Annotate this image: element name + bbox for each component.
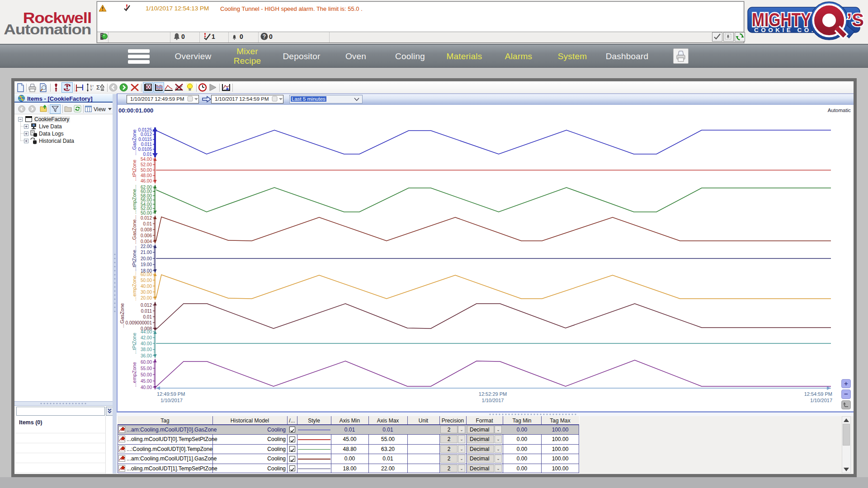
svg-text:22.00: 22.00 (141, 244, 152, 249)
svg-text:0.006: 0.006 (141, 233, 152, 238)
svg-text:0.009000001: 0.009000001 (126, 320, 152, 325)
svg-text:60.00: 60.00 (141, 272, 152, 277)
svg-text:50.00: 50.00 (141, 278, 152, 283)
svg-text:...tPtZone...: ...tPtZone... (132, 246, 137, 272)
svg-text:...empZone: ...empZone (132, 362, 137, 387)
svg-text:30.00: 30.00 (141, 290, 152, 295)
svg-text:0.004: 0.004 (141, 239, 152, 244)
svg-text:0.008: 0.008 (141, 227, 152, 232)
svg-text:20.00: 20.00 (141, 296, 152, 300)
svg-text:1/10/2017: 1/10/2017 (160, 398, 183, 403)
svg-text:...empZone...: ...empZone... (132, 185, 137, 214)
svg-text:...tPtZone: ...tPtZone (132, 333, 137, 354)
svg-text:12:52:29 PM: 12:52:29 PM (479, 391, 507, 397)
svg-text:50.00: 50.00 (141, 211, 152, 216)
svg-text:12:54:59 PM: 12:54:59 PM (804, 391, 832, 397)
svg-text:0.01: 0.01 (143, 221, 152, 226)
svg-text:’S: ’S (847, 10, 864, 30)
svg-text:55.00: 55.00 (141, 366, 152, 371)
svg-text:21.00: 21.00 (141, 250, 152, 255)
svg-text:52.00: 52.00 (141, 162, 152, 167)
svg-text:42.00: 42.00 (141, 335, 152, 340)
svg-text:19.00: 19.00 (141, 262, 152, 267)
svg-text:Y: Y (90, 88, 93, 92)
svg-text:0.0105: 0.0105 (138, 147, 152, 152)
svg-text:0.011: 0.011 (141, 142, 152, 147)
svg-text:0.01: 0.01 (143, 314, 152, 319)
svg-text:40.00: 40.00 (141, 341, 152, 346)
svg-text:40.00: 40.00 (141, 284, 152, 289)
svg-text:0.012: 0.012 (141, 132, 152, 137)
svg-text:40.00: 40.00 (141, 385, 152, 390)
svg-text:44.00: 44.00 (141, 329, 152, 334)
svg-text:54.00: 54.00 (141, 157, 152, 162)
svg-text:?: ? (263, 33, 266, 40)
svg-text:36.00: 36.00 (141, 353, 152, 358)
svg-text:48.00: 48.00 (141, 173, 152, 178)
svg-text:0.011: 0.011 (141, 309, 152, 314)
svg-text:38.00: 38.00 (141, 347, 152, 352)
svg-text:COOKIE CO.: COOKIE CO. (754, 27, 816, 33)
svg-text:...tPtZone: ...tPtZone (132, 160, 137, 181)
svg-text:50.00: 50.00 (141, 168, 152, 173)
svg-text:0.012: 0.012 (141, 303, 152, 308)
svg-text:50.00: 50.00 (141, 372, 152, 377)
svg-text:45.00: 45.00 (141, 379, 152, 384)
svg-text:...empZone...: ...empZone... (132, 272, 137, 301)
svg-text:20.00: 20.00 (141, 256, 152, 261)
svg-text:0.01: 0.01 (143, 152, 152, 157)
svg-text:46.00: 46.00 (141, 178, 152, 183)
svg-text:1/10/2017: 1/10/2017 (810, 398, 832, 403)
svg-text:0.0115: 0.0115 (138, 137, 152, 142)
svg-text:...GasZone: ...GasZone (119, 303, 125, 328)
svg-text:Σ: Σ (96, 84, 100, 91)
svg-text:0.012: 0.012 (141, 216, 152, 221)
svg-text:12:49:59 PM: 12:49:59 PM (157, 391, 185, 397)
svg-text:60.00: 60.00 (141, 360, 152, 365)
svg-text:0.0125: 0.0125 (138, 127, 152, 132)
svg-text:1/10/2017: 1/10/2017 (482, 398, 504, 403)
svg-text:....GasZone: ....GasZone (132, 129, 137, 155)
svg-text:...GasZone...: ...GasZone... (132, 215, 137, 244)
